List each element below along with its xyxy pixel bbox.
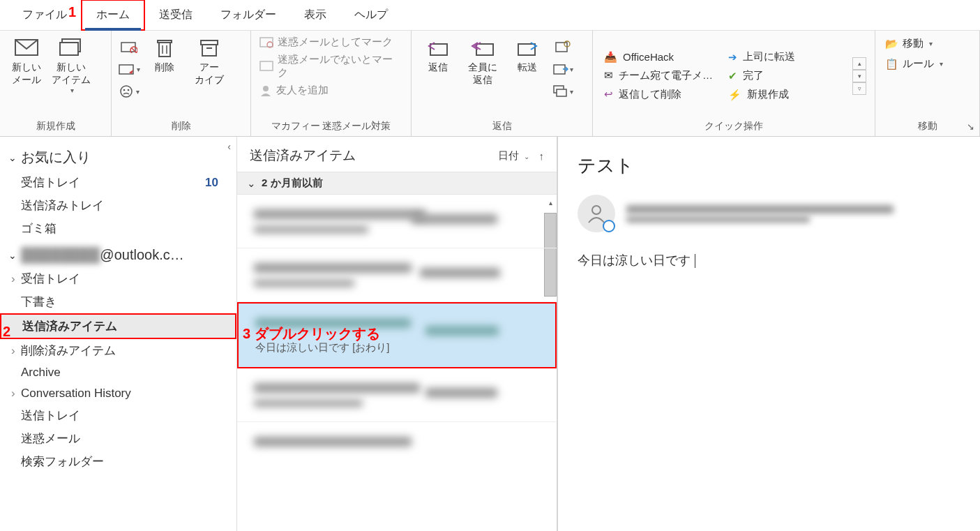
nav-drafts[interactable]: 下書き xyxy=(0,290,236,313)
mark-notjunk-button[interactable]: 迷惑メールでないとマーク xyxy=(255,51,407,82)
dialog-launcher-icon[interactable]: ↘ xyxy=(967,121,974,132)
forward-im-button[interactable]: ▾ xyxy=(551,59,575,80)
chevron-down-icon: ⌄ xyxy=(247,177,256,190)
junk-button[interactable]: ▾ xyxy=(117,81,141,102)
svg-point-8 xyxy=(123,89,125,91)
person-icon xyxy=(259,84,272,97)
avatar[interactable] xyxy=(578,195,615,232)
sort-direction-button[interactable]: ↑ xyxy=(539,150,545,162)
nav-inbox2-label: 受信トレイ xyxy=(21,271,80,287)
ignore-button[interactable] xyxy=(117,36,141,57)
move-button[interactable]: 📂移動▾ xyxy=(880,33,938,54)
quick-scroll-up[interactable]: ▴ xyxy=(852,57,866,70)
ribbon-group-mcafee-label: マカフィー 迷惑メール対策 xyxy=(255,118,407,136)
quick-team[interactable]: ✉チーム宛て電子メ… xyxy=(601,68,725,84)
message-item[interactable] xyxy=(237,195,557,248)
cleanup-button[interactable]: ▾ xyxy=(117,59,141,80)
ribbon: 新しい メール 新しい アイテム ▾ 新規作成 ▾ ▾ 削除 xyxy=(0,31,980,137)
nav-trash[interactable]: ゴミ箱 xyxy=(0,217,236,240)
rules-button[interactable]: 📋ルール▾ xyxy=(880,54,949,74)
quick-fwd-boss[interactable]: ➔上司に転送 xyxy=(725,49,850,65)
archive-icon xyxy=(197,38,221,57)
account-blur: ████████ xyxy=(21,247,100,263)
nav-deleted-label: 削除済みアイテム xyxy=(21,343,116,359)
quick-fwd-boss-label: 上司に転送 xyxy=(743,50,795,63)
message-list-title: 送信済みアイテム xyxy=(250,147,356,165)
ribbon-group-new-label: 新規作成 xyxy=(4,118,107,136)
svg-rect-23 xyxy=(518,44,535,55)
account-header[interactable]: ⌄ ████████ @outlook.c… xyxy=(0,240,236,267)
annotation-1: 1 xyxy=(68,4,76,20)
message-item[interactable] xyxy=(237,248,557,302)
delete-button[interactable]: 削除 xyxy=(142,33,187,78)
menu-folder[interactable]: フォルダー xyxy=(206,1,290,29)
text-cursor xyxy=(695,254,695,268)
reply-button[interactable]: 返信 xyxy=(416,33,460,78)
ribbon-group-reply: 返信 全員に 返信 転送 ▾ ▾ 返信 xyxy=(412,31,593,136)
ribbon-group-delete: ▾ ▾ 削除 アー カイブ 削除 xyxy=(112,31,251,136)
quick-done[interactable]: ✔完了 xyxy=(725,68,850,84)
account-suffix: @outlook.c… xyxy=(100,247,183,263)
nav-sent-items[interactable]: 送信済みアイテム xyxy=(0,313,236,339)
svg-point-20 xyxy=(263,86,269,91)
message-list-pane: 送信済みアイテム 日付 ⌄ ↑ ⌄ 2 か月前以前 ▴ 3 ダブルクリ xyxy=(237,137,558,531)
svg-rect-19 xyxy=(260,61,273,70)
sort-button[interactable]: 日付 ⌄ xyxy=(498,149,529,163)
quick-create[interactable]: ⚡新規作成 xyxy=(725,87,850,103)
move-label: 移動 xyxy=(903,37,924,50)
reply-delete-icon: ↩ xyxy=(604,88,613,100)
forward-icon xyxy=(515,38,539,57)
quick-expand[interactable]: ▿ xyxy=(852,82,866,95)
reply-all-icon xyxy=(471,38,495,57)
new-mail-button[interactable]: 新しい メール xyxy=(4,33,49,91)
more-reply-button[interactable]: ▾ xyxy=(551,81,575,102)
message-item[interactable] xyxy=(237,368,557,422)
nav-outbox-label: 送信トレイ xyxy=(21,407,80,424)
nav-junk[interactable]: 迷惑メール xyxy=(0,427,236,450)
menu-view[interactable]: 表示 xyxy=(290,1,340,29)
chevron-down-icon: ⌄ xyxy=(8,152,17,163)
svg-rect-24 xyxy=(556,43,567,52)
menu-home[interactable]: ホーム xyxy=(81,0,145,31)
nav-outbox[interactable]: 送信トレイ xyxy=(0,404,236,427)
nav-sent-tray[interactable]: 送信済みトレイ xyxy=(0,194,236,217)
collapse-nav-icon[interactable]: ‹ xyxy=(227,141,231,152)
forward-button[interactable]: 転送 xyxy=(505,33,550,78)
reply-all-button[interactable]: 全員に 返信 xyxy=(460,33,505,91)
quick-scroll-down[interactable]: ▾ xyxy=(852,70,866,82)
nav-inbox2[interactable]: 受信トレイ xyxy=(0,267,236,290)
message-group-header[interactable]: ⌄ 2 か月前以前 xyxy=(237,172,557,195)
mark-junk-button[interactable]: 迷惑メールとしてマーク xyxy=(255,33,397,51)
svg-rect-10 xyxy=(159,43,170,57)
quick-create-label: 新規作成 xyxy=(747,88,789,101)
svg-rect-22 xyxy=(476,44,493,55)
quick-done-label: 完了 xyxy=(743,69,764,82)
nav-deleted[interactable]: 削除済みアイテム xyxy=(0,339,236,362)
archive-button[interactable]: アー カイブ xyxy=(187,33,232,91)
sender-row xyxy=(578,195,960,232)
svg-rect-15 xyxy=(202,45,216,56)
quick-officehack[interactable]: 📥OfficeHack xyxy=(601,50,725,65)
meeting-button[interactable] xyxy=(551,36,575,57)
nav-inbox[interactable]: 受信トレイ10 xyxy=(0,171,236,194)
nav-archive-label: Archive xyxy=(21,366,61,380)
nav-conv-label: Conversation History xyxy=(21,387,131,401)
menu-help[interactable]: ヘルプ xyxy=(340,1,402,29)
nav-trash-label: ゴミ箱 xyxy=(21,220,56,237)
nav-search-folders[interactable]: 検索フォルダー xyxy=(0,450,236,473)
rules-icon: 📋 xyxy=(885,58,898,70)
new-item-button[interactable]: 新しい アイテム ▾ xyxy=(49,33,93,98)
envelope-icon: ✉ xyxy=(604,69,613,82)
check-icon: ✔ xyxy=(728,70,737,82)
message-item[interactable] xyxy=(237,422,557,461)
nav-archive[interactable]: Archive xyxy=(0,362,236,383)
nav-conv-history[interactable]: Conversation History xyxy=(0,383,236,404)
lightning-icon: ⚡ xyxy=(728,89,741,101)
favorites-header[interactable]: ⌄お気に入り xyxy=(0,144,236,171)
svg-rect-28 xyxy=(557,89,566,96)
message-list-header: 送信済みアイテム 日付 ⌄ ↑ xyxy=(237,137,557,172)
quick-reply-delete[interactable]: ↩返信して削除 xyxy=(601,87,725,103)
menu-sendreceive[interactable]: 送受信 xyxy=(145,1,206,29)
add-friend-button[interactable]: 友人を追加 xyxy=(255,82,333,99)
nav-drafts-label: 下書き xyxy=(21,294,56,310)
